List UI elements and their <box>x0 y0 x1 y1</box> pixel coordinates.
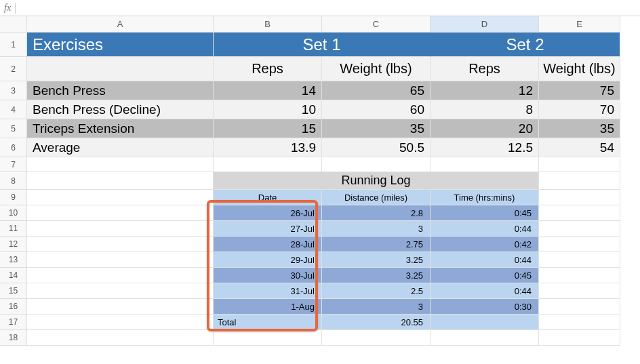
rl-date-0[interactable]: 26-Jul <box>214 205 322 221</box>
col-header-d[interactable]: D <box>431 16 539 33</box>
row-header-16[interactable]: 16 <box>0 299 27 315</box>
rl-date-3[interactable]: 29-Jul <box>214 252 322 268</box>
rl-dist-6[interactable]: 3 <box>322 299 431 315</box>
ex2-s2w[interactable]: 70 <box>539 100 620 119</box>
row-header-1[interactable]: 1 <box>0 33 27 57</box>
rl-date-4[interactable]: 30-Jul <box>214 268 322 283</box>
row-header-11[interactable]: 11 <box>0 221 27 237</box>
avg-label[interactable]: Average <box>27 138 214 157</box>
row-header-9[interactable]: 9 <box>0 190 27 205</box>
ex3-name[interactable]: Triceps Extension <box>27 119 214 138</box>
ex3-s1w[interactable]: 35 <box>322 119 431 138</box>
cell-b18[interactable] <box>214 330 322 346</box>
sub-s2-weight[interactable]: Weight (lbs) <box>539 57 620 81</box>
rl-time-4[interactable]: 0:45 <box>431 268 539 283</box>
rl-dist-2[interactable]: 2.75 <box>322 237 431 252</box>
ex1-s1w[interactable]: 65 <box>322 81 431 100</box>
cell-e8[interactable] <box>539 172 620 190</box>
rl-date-1[interactable]: 27-Jul <box>214 221 322 237</box>
ex3-s2w[interactable]: 35 <box>539 119 620 138</box>
col-header-a[interactable]: A <box>27 16 214 33</box>
row-header-14[interactable]: 14 <box>0 268 27 283</box>
row-header-5[interactable]: 5 <box>0 119 27 138</box>
rl-hdr-date[interactable]: Date <box>214 190 322 205</box>
rl-date-6[interactable]: 1-Aug <box>214 299 322 315</box>
row-header-3[interactable]: 3 <box>0 81 27 100</box>
rl-total-label[interactable]: Total <box>214 315 322 330</box>
ex1-s2w[interactable]: 75 <box>539 81 620 100</box>
ex2-s1r[interactable]: 10 <box>214 100 322 119</box>
cell-e14[interactable] <box>539 268 620 283</box>
row-header-13[interactable]: 13 <box>0 252 27 268</box>
cell-e9[interactable] <box>539 190 620 205</box>
rl-dist-5[interactable]: 2.5 <box>322 283 431 299</box>
title-exercises[interactable]: Exercises <box>27 33 214 57</box>
rl-date-2[interactable]: 28-Jul <box>214 237 322 252</box>
rl-dist-3[interactable]: 3.25 <box>322 252 431 268</box>
row-header-10[interactable]: 10 <box>0 205 27 221</box>
corner-cell[interactable] <box>0 16 27 33</box>
cell-e7[interactable] <box>539 157 620 172</box>
rl-time-1[interactable]: 0:44 <box>431 221 539 237</box>
cell-a13[interactable] <box>27 252 214 268</box>
cell-a8[interactable] <box>27 172 214 190</box>
cell-b7[interactable] <box>214 157 322 172</box>
cell-a18[interactable] <box>27 330 214 346</box>
row-header-18[interactable]: 18 <box>0 330 27 346</box>
row-header-2[interactable]: 2 <box>0 57 27 81</box>
cell-a16[interactable] <box>27 299 214 315</box>
avg-s2w[interactable]: 54 <box>539 138 620 157</box>
sub-s1-weight[interactable]: Weight (lbs) <box>322 57 431 81</box>
cell-e13[interactable] <box>539 252 620 268</box>
cell-e12[interactable] <box>539 237 620 252</box>
rl-hdr-time[interactable]: Time (hrs:mins) <box>431 190 539 205</box>
running-log-title[interactable]: Running Log <box>214 172 539 190</box>
cell-a17[interactable] <box>27 315 214 330</box>
row-header-4[interactable]: 4 <box>0 100 27 119</box>
cell-d7[interactable] <box>431 157 539 172</box>
row-header-12[interactable]: 12 <box>0 237 27 252</box>
sub-empty[interactable] <box>27 57 214 81</box>
rl-dist-4[interactable]: 3.25 <box>322 268 431 283</box>
cell-c18[interactable] <box>322 330 431 346</box>
cell-e16[interactable] <box>539 299 620 315</box>
cell-a9[interactable] <box>27 190 214 205</box>
cell-e18[interactable] <box>539 330 620 346</box>
rl-total-time[interactable] <box>431 315 539 330</box>
ex2-s2r[interactable]: 8 <box>431 100 539 119</box>
rl-time-0[interactable]: 0:45 <box>431 205 539 221</box>
row-header-8[interactable]: 8 <box>0 172 27 190</box>
cell-e15[interactable] <box>539 283 620 299</box>
ex2-s1w[interactable]: 60 <box>322 100 431 119</box>
cell-a7[interactable] <box>27 157 214 172</box>
cell-a15[interactable] <box>27 283 214 299</box>
sub-s2-reps[interactable]: Reps <box>431 57 539 81</box>
cell-d18[interactable] <box>431 330 539 346</box>
row-header-15[interactable]: 15 <box>0 283 27 299</box>
ex2-name[interactable]: Bench Press (Decline) <box>27 100 214 119</box>
formula-input[interactable] <box>20 0 640 16</box>
rl-time-3[interactable]: 0:44 <box>431 252 539 268</box>
ex1-name[interactable]: Bench Press <box>27 81 214 100</box>
cell-e17[interactable] <box>539 315 620 330</box>
ex1-s1r[interactable]: 14 <box>214 81 322 100</box>
col-header-e[interactable]: E <box>539 16 620 33</box>
avg-s2r[interactable]: 12.5 <box>431 138 539 157</box>
cell-a11[interactable] <box>27 221 214 237</box>
rl-time-2[interactable]: 0:42 <box>431 237 539 252</box>
rl-hdr-dist[interactable]: Distance (miles) <box>322 190 431 205</box>
ex3-s1r[interactable]: 15 <box>214 119 322 138</box>
cell-c7[interactable] <box>322 157 431 172</box>
rl-dist-0[interactable]: 2.8 <box>322 205 431 221</box>
cell-a14[interactable] <box>27 268 214 283</box>
rl-dist-1[interactable]: 3 <box>322 221 431 237</box>
row-header-17[interactable]: 17 <box>0 315 27 330</box>
title-set1[interactable]: Set 1 <box>214 33 431 57</box>
col-header-c[interactable]: C <box>322 16 431 33</box>
rl-date-5[interactable]: 31-Jul <box>214 283 322 299</box>
ex1-s2r[interactable]: 12 <box>431 81 539 100</box>
row-header-6[interactable]: 6 <box>0 138 27 157</box>
row-header-7[interactable]: 7 <box>0 157 27 172</box>
avg-s1r[interactable]: 13.9 <box>214 138 322 157</box>
rl-time-6[interactable]: 0:30 <box>431 299 539 315</box>
